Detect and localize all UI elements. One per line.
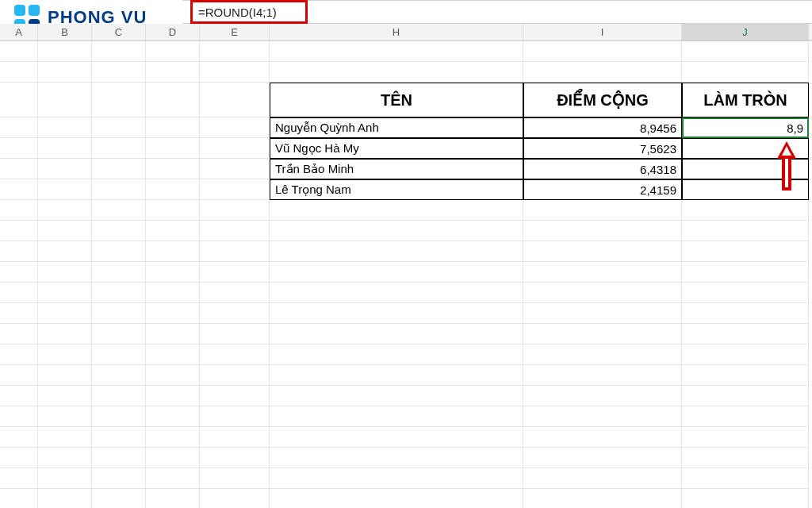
col-D[interactable]: D [146,24,200,40]
col-C[interactable]: C [92,24,146,40]
table-header-row: TÊN ĐIỂM CỘNG LÀM TRÒN [0,83,812,117]
table-row: Nguyễn Quỳnh Anh 8,9456 8,9 [0,117,812,138]
col-J[interactable]: J [682,24,809,40]
cell-round[interactable] [682,159,809,179]
col-B[interactable]: B [38,24,92,40]
cell-round[interactable] [682,179,809,200]
cell-name[interactable]: Trần Bảo Minh [270,159,523,179]
col-I[interactable]: I [523,24,682,40]
table-row: Vũ Ngọc Hà My 7,5623 [0,138,812,159]
cell-round[interactable]: 8,9 [682,117,809,138]
header-score: ĐIỂM CỘNG [523,83,682,117]
formula-text: =ROUND(I4;1) [198,6,277,19]
table-row: Trần Bảo Minh 6,4318 [0,159,812,179]
cell-score[interactable]: 2,4159 [523,179,682,200]
col-A[interactable]: A [0,24,38,40]
spreadsheet-grid[interactable]: TÊN ĐIỂM CỘNG LÀM TRÒN Nguyễn Quỳnh Anh … [0,41,812,508]
col-H[interactable]: H [270,24,523,40]
cell-score[interactable]: 8,9456 [523,117,682,138]
formula-bar[interactable]: =ROUND(I4;1) [182,0,812,24]
cell-round[interactable] [682,138,809,159]
cell-name[interactable]: Vũ Ngọc Hà My [270,138,523,159]
header-name: TÊN [270,83,523,117]
header-round: LÀM TRÒN [682,83,809,117]
cell-name[interactable]: Lê Trọng Nam [270,179,523,200]
cell-score[interactable]: 6,4318 [523,159,682,179]
cell-name[interactable]: Nguyễn Quỳnh Anh [270,117,523,138]
col-E[interactable]: E [200,24,270,40]
table-row: Lê Trọng Nam 2,4159 [0,179,812,200]
cell-score[interactable]: 7,5623 [523,138,682,159]
column-headers: A B C D E H I J [0,24,812,41]
